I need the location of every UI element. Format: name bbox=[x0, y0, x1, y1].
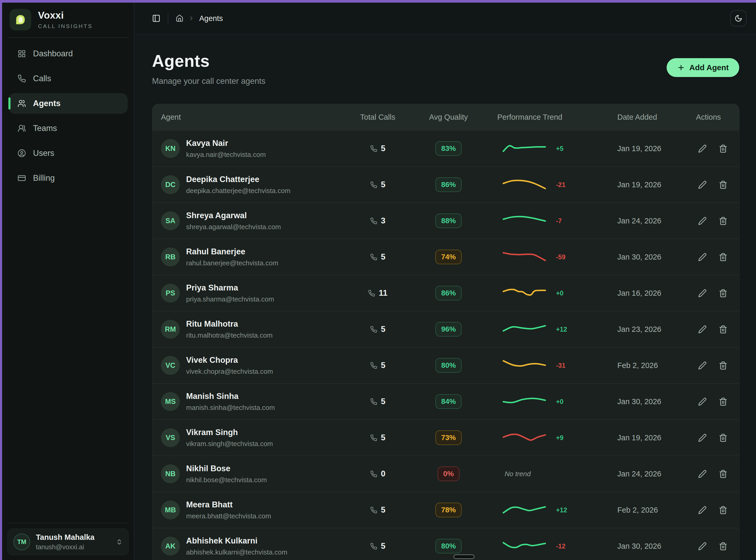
agent-email: nikhil.bose@techvista.com bbox=[186, 476, 267, 484]
sidebar-item-users[interactable]: Users bbox=[8, 143, 128, 163]
trash-icon bbox=[719, 289, 728, 298]
delete-agent-button[interactable] bbox=[719, 289, 728, 298]
sidebar-item-billing[interactable]: Billing bbox=[8, 168, 128, 188]
phone-icon bbox=[368, 290, 375, 297]
agent-email: ritu.malhotra@techvista.com bbox=[186, 331, 273, 339]
trend-sparkline bbox=[502, 214, 546, 228]
trend-delta: +9 bbox=[556, 434, 564, 442]
delete-agent-button[interactable] bbox=[719, 144, 728, 153]
total-calls-value: 5 bbox=[381, 505, 385, 515]
add-agent-button[interactable]: Add Agent bbox=[666, 58, 739, 77]
delete-agent-button[interactable] bbox=[719, 180, 728, 189]
phone-icon bbox=[370, 506, 377, 514]
edit-agent-button[interactable] bbox=[698, 397, 707, 406]
trend-delta: -31 bbox=[556, 362, 565, 369]
trend-sparkline bbox=[502, 177, 546, 192]
sidebar-item-teams[interactable]: Teams bbox=[8, 118, 128, 139]
active-indicator bbox=[8, 97, 11, 109]
sidebar-toggle-button[interactable] bbox=[152, 14, 160, 22]
agent-name: Meera Bhatt bbox=[186, 500, 271, 509]
date-added: Jan 19, 2026 bbox=[598, 144, 679, 153]
pencil-icon bbox=[698, 253, 707, 261]
phone-icon bbox=[370, 254, 377, 261]
edit-agent-button[interactable] bbox=[698, 217, 707, 225]
layout-grid-icon bbox=[18, 49, 26, 58]
edit-agent-button[interactable] bbox=[698, 506, 707, 515]
quality-badge: 86% bbox=[435, 286, 462, 300]
trend-delta: -21 bbox=[556, 181, 565, 188]
sidebar-item-agents[interactable]: Agents bbox=[8, 93, 128, 114]
total-calls-value: 11 bbox=[379, 288, 387, 298]
date-added: Jan 30, 2026 bbox=[598, 253, 679, 261]
quality-badge: 86% bbox=[435, 177, 462, 192]
phone-icon bbox=[370, 434, 377, 441]
agent-email: rahul.banerjee@techvista.com bbox=[186, 259, 278, 267]
agent-name: Vikram Singh bbox=[186, 428, 273, 437]
edit-agent-button[interactable] bbox=[698, 361, 707, 370]
phone-icon bbox=[18, 74, 26, 83]
edit-agent-button[interactable] bbox=[698, 253, 707, 261]
pencil-icon bbox=[698, 180, 707, 189]
delete-agent-button[interactable] bbox=[719, 434, 728, 442]
column-header-trend: Performance Trend bbox=[493, 113, 598, 122]
total-calls-value: 5 bbox=[381, 433, 385, 442]
sidebar-item-dashboard[interactable]: Dashboard bbox=[8, 43, 128, 64]
page-title: Agents bbox=[152, 51, 266, 71]
delete-agent-button[interactable] bbox=[719, 506, 728, 515]
agents-table: Agent Total Calls Avg Quality Performanc… bbox=[152, 104, 739, 560]
pencil-icon bbox=[698, 325, 707, 334]
total-calls-value: 5 bbox=[381, 361, 385, 370]
users-round-icon bbox=[18, 124, 26, 133]
agent-avatar: RM bbox=[161, 320, 180, 339]
trash-icon bbox=[719, 325, 728, 334]
sidebar-item-calls[interactable]: Calls bbox=[8, 68, 128, 89]
total-calls-value: 5 bbox=[381, 324, 385, 334]
total-calls-value: 5 bbox=[381, 144, 385, 153]
theme-toggle-button[interactable] bbox=[730, 10, 747, 26]
quality-badge: 80% bbox=[435, 539, 462, 554]
table-row: MS Manish Sinha manish.sinha@techvista.c… bbox=[152, 383, 739, 419]
agent-avatar: RB bbox=[161, 247, 180, 266]
delete-agent-button[interactable] bbox=[719, 397, 728, 406]
total-calls-value: 3 bbox=[381, 216, 385, 225]
table-row: KN Kavya Nair kavya.nair@techvista.com 5… bbox=[152, 130, 739, 166]
user-menu[interactable]: TM Tanush Mahalka tanush@voxxi.ai bbox=[7, 528, 129, 555]
agent-avatar: SA bbox=[161, 212, 180, 230]
delete-agent-button[interactable] bbox=[719, 253, 728, 261]
trash-icon bbox=[719, 253, 728, 261]
date-added: Feb 2, 2026 bbox=[598, 361, 679, 370]
horizontal-scrollbar-thumb[interactable] bbox=[453, 555, 474, 559]
agent-email: manish.sinha@techvista.com bbox=[186, 404, 275, 412]
agent-email: meera.bhatt@techvista.com bbox=[186, 512, 271, 520]
date-added: Jan 24, 2026 bbox=[598, 217, 679, 225]
sidebar-footer: TM Tanush Mahalka tanush@voxxi.ai bbox=[2, 523, 134, 560]
phone-icon bbox=[370, 471, 377, 478]
agent-avatar: MB bbox=[161, 501, 180, 519]
sidebar: Voxxi CALL INSIGHTS Dashboard Calls Agen… bbox=[2, 3, 134, 560]
edit-agent-button[interactable] bbox=[698, 469, 707, 478]
plus-icon bbox=[677, 64, 685, 72]
delete-agent-button[interactable] bbox=[719, 469, 728, 478]
delete-agent-button[interactable] bbox=[719, 542, 728, 551]
edit-agent-button[interactable] bbox=[698, 434, 707, 442]
delete-agent-button[interactable] bbox=[719, 325, 728, 334]
pencil-icon bbox=[698, 397, 707, 406]
edit-agent-button[interactable] bbox=[698, 542, 707, 551]
pencil-icon bbox=[698, 144, 707, 153]
edit-agent-button[interactable] bbox=[698, 144, 707, 153]
edit-agent-button[interactable] bbox=[698, 180, 707, 189]
trend-sparkline bbox=[502, 141, 546, 156]
trash-icon bbox=[719, 217, 728, 225]
edit-agent-button[interactable] bbox=[698, 325, 707, 334]
agent-name: Manish Sinha bbox=[186, 392, 275, 401]
delete-agent-button[interactable] bbox=[719, 361, 728, 370]
quality-badge: 96% bbox=[435, 322, 462, 337]
agent-email: priya.sharma@techvista.com bbox=[186, 295, 274, 303]
agent-name: Nikhil Bose bbox=[186, 464, 267, 473]
edit-agent-button[interactable] bbox=[698, 289, 707, 298]
table-body: KN Kavya Nair kavya.nair@techvista.com 5… bbox=[152, 130, 739, 560]
home-icon[interactable] bbox=[176, 14, 183, 22]
window-accent-top bbox=[0, 0, 756, 3]
date-added: Jan 24, 2026 bbox=[598, 469, 679, 478]
delete-agent-button[interactable] bbox=[719, 217, 728, 225]
